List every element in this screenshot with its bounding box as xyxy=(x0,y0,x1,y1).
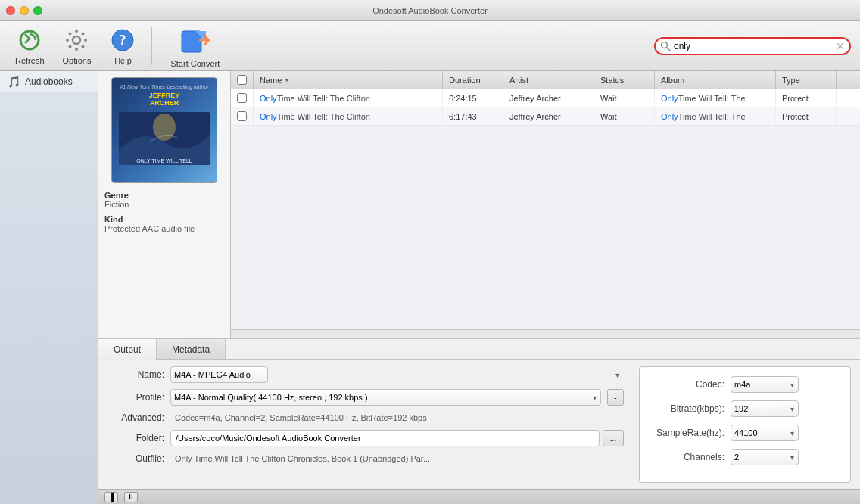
svg-point-1 xyxy=(73,36,80,44)
profile-row: Profile: M4A - Normal Quality( 44100 Hz,… xyxy=(108,389,624,406)
title-bar: Ondesoft AudioBook Converter xyxy=(0,0,860,21)
outfile-label: Outfile: xyxy=(108,453,164,464)
th-checkbox xyxy=(231,71,254,89)
folder-label: Folder: xyxy=(108,433,164,443)
content-area: #1 New York Times bestselling author JEF… xyxy=(98,71,860,504)
window-controls xyxy=(6,6,42,15)
th-album: Album xyxy=(655,71,776,89)
row-checkbox-2[interactable] xyxy=(237,111,247,121)
svg-point-4 xyxy=(66,39,69,42)
svg-point-16 xyxy=(153,114,176,141)
genre-value: Fiction xyxy=(104,200,224,209)
convert-icon xyxy=(179,23,212,57)
search-input[interactable] xyxy=(674,41,836,51)
svg-rect-12 xyxy=(182,31,201,52)
book-title-overlay: ONLY TIME WILL TELL xyxy=(120,158,208,163)
options-button[interactable]: Options xyxy=(57,23,98,68)
start-convert-button[interactable]: Start Convert xyxy=(161,20,229,71)
name-highlight-2: Only xyxy=(260,112,277,121)
name-highlight-1: Only xyxy=(260,94,277,103)
th-status: Status xyxy=(594,71,655,89)
book-cover: #1 New York Times bestselling author JEF… xyxy=(111,77,217,183)
svg-point-3 xyxy=(75,48,78,51)
samplerate-select-wrapper: 44100 22050 xyxy=(731,425,799,441)
sort-icon xyxy=(284,77,290,83)
th-duration: Duration xyxy=(443,71,503,89)
tab-output[interactable]: Output xyxy=(98,338,157,360)
refresh-button[interactable]: Refresh xyxy=(9,23,51,68)
td-checkbox-2 xyxy=(231,107,254,125)
svg-point-8 xyxy=(82,33,85,36)
refresh-label: Refresh xyxy=(15,56,45,65)
bottom-panel: Output Metadata Name: M4A - MPEG4 Audio xyxy=(98,338,860,489)
th-type: Type xyxy=(776,71,837,89)
name-row: Name: M4A - MPEG4 Audio MP3 xyxy=(108,366,624,383)
td-type-1: Protect xyxy=(776,89,837,107)
bottom-content: Name: M4A - MPEG4 Audio MP3 Profile: xyxy=(98,360,860,489)
td-name-1: Only Time Will Tell: The Clifton xyxy=(254,89,443,107)
toolbar-divider xyxy=(151,27,152,65)
advanced-value: Codec=m4a, Channel=2, SampleRate=44100 H… xyxy=(170,412,624,424)
samplerate-label: SampleRate(hz): xyxy=(649,428,724,438)
book-cover-author-name: JEFFREYARCHER xyxy=(149,92,180,107)
name-label: Name: xyxy=(108,369,164,380)
folder-input[interactable] xyxy=(170,430,600,446)
td-artist-1: Jeffrey Archer xyxy=(503,89,594,107)
tab-metadata[interactable]: Metadata xyxy=(157,339,226,359)
profile-label: Profile: xyxy=(108,392,164,403)
settings-panel: Codec: m4a mp3 Bitrate(kbps): xyxy=(639,366,851,483)
td-type-2: Protect xyxy=(776,107,837,125)
toolbar: Refresh Options ? Help xyxy=(0,21,860,71)
name-normal-1: Time Will Tell: The Clifton xyxy=(277,94,370,103)
svg-point-6 xyxy=(69,33,72,36)
bitrate-row: Bitrate(kbps): 192 128 256 xyxy=(649,400,841,417)
channels-select[interactable]: 2 1 xyxy=(731,449,799,465)
name-select[interactable]: M4A - MPEG4 Audio MP3 xyxy=(170,366,268,383)
help-button[interactable]: ? Help xyxy=(103,23,142,68)
row-checkbox-1[interactable] xyxy=(237,93,247,103)
bottom-tabs: Output Metadata xyxy=(98,339,860,360)
table-row[interactable]: Only Time Will Tell: The Clifton 6:17:43… xyxy=(231,107,860,126)
codec-select[interactable]: m4a mp3 xyxy=(731,376,799,393)
select-all-checkbox[interactable] xyxy=(237,75,247,85)
td-status-2: Wait xyxy=(594,107,655,125)
horizontal-scrollbar[interactable] xyxy=(231,329,860,338)
album-normal-2: Time Will Tell: The xyxy=(678,112,746,121)
bitrate-label: Bitrate(kbps): xyxy=(649,403,724,414)
album-highlight-2: Only xyxy=(661,112,678,121)
sidebar-item-audiobooks[interactable]: 🎵 Audiobooks xyxy=(0,71,98,92)
status-btn-pause[interactable]: ⏸ xyxy=(124,492,138,502)
audiobooks-icon: 🎵 xyxy=(8,76,20,88)
status-btn-left[interactable]: ▐ xyxy=(104,492,118,502)
search-clear-button[interactable]: ✕ xyxy=(836,40,845,52)
name-normal-2: Time Will Tell: The Clifton xyxy=(277,112,370,121)
outfile-row: Outfile: Only Time Will Tell The Clifton… xyxy=(108,453,624,465)
profile-edit-button[interactable]: - xyxy=(607,389,624,406)
folder-row: Folder: ... xyxy=(108,430,624,446)
td-artist-2: Jeffrey Archer xyxy=(503,107,594,125)
codec-label: Codec: xyxy=(649,379,724,390)
sidebar-item-label: Audiobooks xyxy=(25,76,73,87)
td-checkbox-1 xyxy=(231,89,254,107)
samplerate-select[interactable]: 44100 22050 xyxy=(731,425,799,441)
maximize-button[interactable] xyxy=(33,6,42,15)
profile-select[interactable]: M4A - Normal Quality( 44100 Hz, stereo ,… xyxy=(170,389,601,406)
svg-text:?: ? xyxy=(120,33,126,48)
svg-point-7 xyxy=(82,45,85,48)
search-container: ✕ xyxy=(654,37,851,55)
table-row[interactable]: Only Time Will Tell: The Clifton 6:24:15… xyxy=(231,89,860,107)
td-album-2: Only Time Will Tell: The xyxy=(655,107,776,125)
book-author-text: #1 New York Times bestselling author xyxy=(120,84,208,89)
td-name-2: Only Time Will Tell: The Clifton xyxy=(254,107,443,125)
minimize-button[interactable] xyxy=(20,6,29,15)
kind-label: Kind xyxy=(104,215,224,224)
bitrate-select[interactable]: 192 128 256 xyxy=(731,400,799,417)
folder-browse-button[interactable]: ... xyxy=(603,430,624,446)
options-label: Options xyxy=(63,56,92,65)
close-button[interactable] xyxy=(6,6,15,15)
profile-select-wrapper: M4A - Normal Quality( 44100 Hz, stereo ,… xyxy=(170,389,601,406)
sidebar: 🎵 Audiobooks xyxy=(0,71,98,504)
search-icon xyxy=(660,41,671,51)
td-album-1: Only Time Will Tell: The xyxy=(655,89,776,107)
table-header: Name Duration Artist Status Album Type xyxy=(231,71,860,89)
